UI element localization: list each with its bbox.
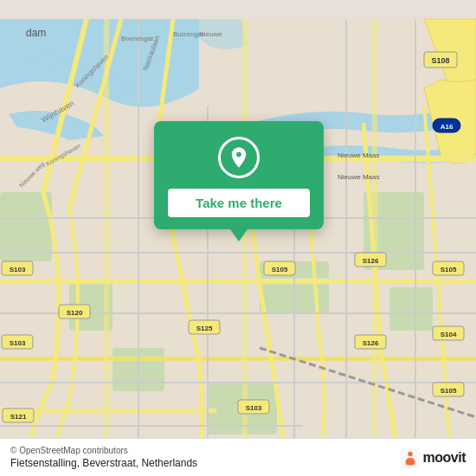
svg-text:S126: S126: [363, 257, 379, 265]
location-pin-icon: [227, 145, 251, 170]
svg-text:S105: S105: [441, 387, 457, 395]
svg-rect-9: [0, 279, 476, 284]
moovit-icon: M: [401, 448, 420, 467]
svg-text:S121: S121: [10, 413, 27, 421]
svg-text:S126: S126: [363, 339, 379, 347]
svg-text:S105: S105: [272, 266, 288, 273]
svg-rect-14: [372, 19, 377, 457]
location-icon-circle: [218, 137, 260, 178]
svg-text:A16: A16: [441, 123, 453, 131]
copyright-text: © OpenStreetMap contributors: [10, 446, 197, 455]
svg-text:S103: S103: [246, 404, 262, 412]
svg-rect-12: [104, 19, 109, 457]
svg-text:M: M: [408, 462, 412, 466]
popup-card: Take me there: [154, 121, 324, 229]
svg-text:Nieuwe Maas: Nieuwe Maas: [338, 151, 379, 159]
svg-rect-10: [0, 357, 476, 361]
svg-text:S103: S103: [10, 266, 26, 273]
bottom-bar: © OpenStreetMap contributors Fietsenstal…: [0, 438, 476, 476]
svg-text:S125: S125: [196, 325, 213, 332]
svg-text:S103: S103: [10, 339, 26, 347]
svg-text:Nieuwe: Nieuwe: [199, 30, 222, 38]
svg-rect-5: [389, 287, 433, 331]
svg-text:S105: S105: [441, 266, 457, 273]
moovit-text: moovit: [423, 450, 466, 466]
take-me-there-button[interactable]: Take me there: [168, 189, 310, 217]
location-name: Fietsenstalling, Beverstraat, Netherland…: [10, 457, 197, 469]
svg-text:Nieuwe Maas: Nieuwe Maas: [338, 173, 379, 181]
map-container: S108 A16 S103 S120 S103 S121 S125 S105 S…: [0, 0, 476, 476]
svg-text:S108: S108: [431, 56, 449, 65]
bottom-left: © OpenStreetMap contributors Fietsenstal…: [10, 446, 197, 469]
moovit-logo[interactable]: M moovit: [401, 448, 466, 467]
svg-text:S104: S104: [441, 331, 457, 338]
svg-text:dam: dam: [26, 27, 46, 39]
svg-text:Boerengat: Boerengat: [121, 35, 154, 42]
svg-text:S120: S120: [67, 309, 83, 317]
svg-point-66: [408, 451, 413, 456]
